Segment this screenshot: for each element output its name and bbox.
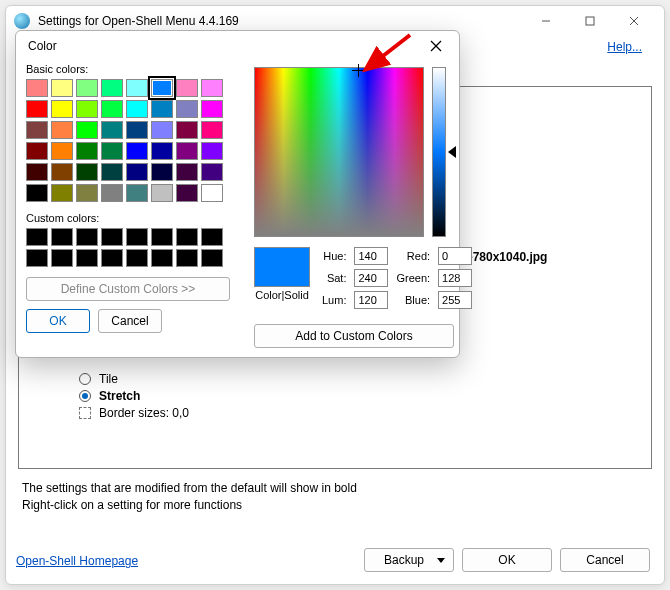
custom-swatch[interactable] <box>101 249 123 267</box>
basic-swatch[interactable] <box>76 184 98 202</box>
sat-label: Sat: <box>322 272 346 284</box>
basic-swatch[interactable] <box>126 121 148 139</box>
basic-swatch[interactable] <box>51 163 73 181</box>
basic-swatch[interactable] <box>101 79 123 97</box>
custom-swatch[interactable] <box>76 228 98 246</box>
gradient-crosshair[interactable] <box>354 66 363 75</box>
basic-swatch[interactable] <box>151 163 173 181</box>
basic-swatch[interactable] <box>51 184 73 202</box>
custom-swatch[interactable] <box>201 228 223 246</box>
custom-swatch[interactable] <box>126 249 148 267</box>
basic-swatch[interactable] <box>76 121 98 139</box>
color-gradient[interactable] <box>254 67 424 237</box>
cancel-button[interactable]: Cancel <box>560 548 650 572</box>
hue-input[interactable] <box>354 247 388 265</box>
green-label: Green: <box>396 272 430 284</box>
basic-swatch[interactable] <box>51 142 73 160</box>
basic-swatch[interactable] <box>101 121 123 139</box>
basic-swatch[interactable] <box>176 79 198 97</box>
basic-swatch[interactable] <box>51 121 73 139</box>
basic-swatch[interactable] <box>151 142 173 160</box>
custom-swatch[interactable] <box>51 249 73 267</box>
minimize-button[interactable] <box>524 6 568 36</box>
basic-swatch[interactable] <box>26 142 48 160</box>
lum-input[interactable] <box>354 291 388 309</box>
basic-swatch[interactable] <box>51 79 73 97</box>
basic-swatch[interactable] <box>201 121 223 139</box>
border-sizes-label[interactable]: Border sizes: 0,0 <box>99 406 189 420</box>
color-cancel-button[interactable]: Cancel <box>98 309 162 333</box>
basic-swatch[interactable] <box>126 79 148 97</box>
basic-swatch[interactable] <box>101 100 123 118</box>
custom-swatch[interactable] <box>151 249 173 267</box>
basic-swatch[interactable] <box>201 100 223 118</box>
define-custom-colors-button[interactable]: Define Custom Colors >> <box>26 277 230 301</box>
basic-swatch[interactable] <box>151 121 173 139</box>
custom-swatch[interactable] <box>76 249 98 267</box>
basic-swatch[interactable] <box>26 100 48 118</box>
close-button[interactable] <box>612 6 656 36</box>
basic-swatch[interactable] <box>201 184 223 202</box>
custom-swatch[interactable] <box>26 228 48 246</box>
basic-swatch[interactable] <box>101 142 123 160</box>
radio-stretch[interactable] <box>79 390 91 402</box>
basic-swatch[interactable] <box>76 142 98 160</box>
color-dialog-close-button[interactable] <box>425 35 447 57</box>
custom-swatch[interactable] <box>176 228 198 246</box>
custom-swatch[interactable] <box>51 228 73 246</box>
basic-swatch[interactable] <box>76 79 98 97</box>
basic-swatch[interactable] <box>176 184 198 202</box>
color-dialog: Color Basic colors: Custom colors: Defin… <box>15 30 460 358</box>
blue-input[interactable] <box>438 291 472 309</box>
ok-button[interactable]: OK <box>462 548 552 572</box>
custom-swatch[interactable] <box>151 228 173 246</box>
basic-swatch[interactable] <box>26 163 48 181</box>
basic-swatch[interactable] <box>201 163 223 181</box>
basic-swatch[interactable] <box>51 100 73 118</box>
basic-swatch[interactable] <box>126 163 148 181</box>
help-link[interactable]: Help... <box>607 40 642 54</box>
basic-swatch[interactable] <box>201 79 223 97</box>
basic-swatch[interactable] <box>26 79 48 97</box>
basic-swatch[interactable] <box>26 121 48 139</box>
homepage-link[interactable]: Open-Shell Homepage <box>16 554 138 568</box>
basic-swatch[interactable] <box>176 163 198 181</box>
basic-swatch[interactable] <box>176 142 198 160</box>
red-input[interactable] <box>438 247 472 265</box>
custom-swatch[interactable] <box>201 249 223 267</box>
window-title: Settings for Open-Shell Menu 4.4.169 <box>38 14 239 28</box>
sat-input[interactable] <box>354 269 388 287</box>
add-to-custom-colors-button[interactable]: Add to Custom Colors <box>254 324 454 348</box>
green-input[interactable] <box>438 269 472 287</box>
app-icon <box>14 13 30 29</box>
basic-swatch[interactable] <box>26 184 48 202</box>
basic-swatch[interactable] <box>176 121 198 139</box>
red-label: Red: <box>396 250 430 262</box>
color-dialog-title: Color <box>28 39 57 53</box>
basic-swatch[interactable] <box>101 163 123 181</box>
custom-swatch[interactable] <box>101 228 123 246</box>
custom-swatch[interactable] <box>26 249 48 267</box>
backup-button[interactable]: Backup <box>364 548 454 572</box>
luminance-arrow-icon[interactable] <box>448 146 456 158</box>
basic-swatch[interactable] <box>201 142 223 160</box>
basic-swatch[interactable] <box>101 184 123 202</box>
basic-swatch[interactable] <box>151 184 173 202</box>
custom-swatch[interactable] <box>126 228 148 246</box>
border-sizes-icon <box>79 407 91 419</box>
color-solid-label: Color|Solid <box>254 289 310 301</box>
color-ok-button[interactable]: OK <box>26 309 90 333</box>
basic-swatch[interactable] <box>176 100 198 118</box>
basic-swatch[interactable] <box>76 163 98 181</box>
radio-tile[interactable] <box>79 373 91 385</box>
maximize-button[interactable] <box>568 6 612 36</box>
basic-swatch[interactable] <box>151 100 173 118</box>
basic-swatch[interactable] <box>126 142 148 160</box>
luminance-slider[interactable] <box>432 67 446 237</box>
custom-swatch[interactable] <box>176 249 198 267</box>
basic-swatch[interactable] <box>126 184 148 202</box>
basic-swatch[interactable] <box>126 100 148 118</box>
basic-swatch[interactable] <box>151 79 173 97</box>
hint-text: The settings that are modified from the … <box>22 480 357 514</box>
basic-swatch[interactable] <box>76 100 98 118</box>
